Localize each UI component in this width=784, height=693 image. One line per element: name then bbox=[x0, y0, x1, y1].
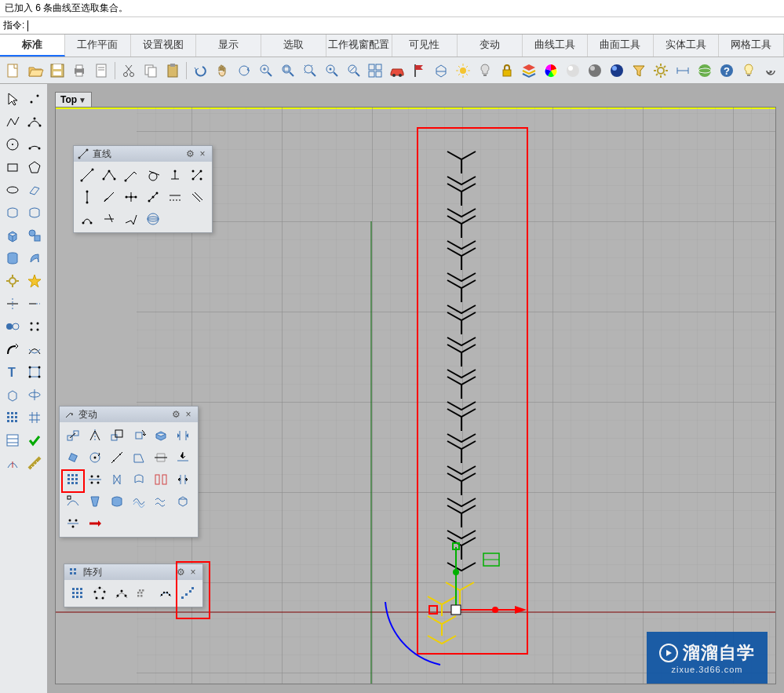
align-icon[interactable] bbox=[85, 469, 105, 490]
lightbulb-icon[interactable] bbox=[475, 60, 495, 81]
zoom-window-icon[interactable] bbox=[256, 60, 276, 81]
zoom-extents-icon[interactable] bbox=[300, 60, 320, 81]
check-icon[interactable] bbox=[24, 429, 46, 451]
grid2-array-icon[interactable] bbox=[24, 407, 46, 429]
material-sphere-light-icon[interactable] bbox=[563, 60, 583, 81]
render-sphere-icon[interactable] bbox=[607, 60, 627, 81]
line-s-icon[interactable] bbox=[77, 209, 97, 229]
rect-3d-icon[interactable] bbox=[2, 384, 24, 406]
grid-array-icon[interactable] bbox=[2, 407, 24, 429]
cage-icon[interactable] bbox=[173, 491, 193, 512]
tab-显示[interactable]: 显示 bbox=[196, 35, 261, 57]
viewport[interactable]: 直线 ⚙ × bbox=[55, 107, 776, 684]
tab-实体工具[interactable]: 实体工具 bbox=[654, 35, 719, 57]
line-normal-icon[interactable] bbox=[121, 165, 141, 185]
paste-icon[interactable] bbox=[162, 60, 183, 81]
line-perp-icon[interactable] bbox=[165, 165, 185, 185]
explode-icon[interactable] bbox=[24, 270, 46, 292]
copy-icon[interactable] bbox=[140, 60, 161, 81]
tab-曲线工具[interactable]: 曲线工具 bbox=[523, 35, 588, 57]
polyline-angle-icon[interactable] bbox=[99, 165, 119, 185]
panel-header-line[interactable]: 直线 ⚙ × bbox=[74, 146, 212, 162]
zoom-dynamic-icon[interactable] bbox=[344, 60, 364, 81]
rotate-icon[interactable] bbox=[234, 60, 254, 81]
array-curve-icon[interactable] bbox=[111, 583, 132, 604]
tab-曲面工具[interactable]: 曲面工具 bbox=[588, 35, 653, 57]
new-file-icon[interactable] bbox=[3, 60, 24, 81]
line-icon[interactable] bbox=[77, 165, 97, 185]
tab-可见性[interactable]: 可见性 bbox=[392, 35, 458, 57]
scale-icon[interactable] bbox=[107, 425, 127, 446]
line-tools-panel[interactable]: 直线 ⚙ × bbox=[73, 145, 213, 233]
stretch-icon[interactable] bbox=[173, 469, 193, 490]
pan-hand-icon[interactable] bbox=[212, 60, 232, 81]
split-icon[interactable] bbox=[24, 315, 46, 337]
undo-icon[interactable] bbox=[190, 60, 210, 81]
save-icon[interactable] bbox=[47, 60, 67, 81]
close-icon[interactable]: × bbox=[182, 409, 195, 420]
dropdown-triangle-icon[interactable]: ▼ bbox=[78, 96, 86, 104]
spiral-icon[interactable] bbox=[760, 60, 781, 81]
line-vertical-icon[interactable] bbox=[77, 187, 97, 207]
bend-icon[interactable] bbox=[129, 469, 149, 490]
document-icon[interactable] bbox=[91, 60, 111, 81]
set-pt-icon[interactable] bbox=[63, 513, 83, 534]
sweep-icon[interactable] bbox=[24, 247, 46, 269]
gear-icon[interactable]: ⚙ bbox=[174, 567, 187, 578]
bend-icon[interactable] bbox=[2, 338, 24, 360]
array-polar-icon[interactable] bbox=[89, 583, 110, 604]
rectangle-icon[interactable] bbox=[2, 156, 24, 178]
orient-icon[interactable] bbox=[107, 447, 127, 468]
lock-icon[interactable] bbox=[497, 60, 517, 81]
tab-工作平面[interactable]: 工作平面 bbox=[65, 35, 130, 57]
color-wheel-icon[interactable] bbox=[541, 60, 561, 81]
panel-header-array[interactable]: 阵列 ⚙ × bbox=[64, 564, 202, 580]
text-icon[interactable]: T bbox=[2, 361, 24, 383]
globe-icon[interactable] bbox=[143, 209, 163, 229]
circle-icon[interactable] bbox=[2, 133, 24, 155]
analyze-icon[interactable] bbox=[2, 452, 24, 474]
wave-icon[interactable] bbox=[151, 491, 171, 512]
pointer-icon[interactable] bbox=[2, 88, 24, 110]
extend-icon[interactable] bbox=[24, 293, 46, 315]
flow-srf-icon[interactable] bbox=[107, 491, 127, 512]
tab-网格工具[interactable]: 网格工具 bbox=[719, 35, 784, 57]
print-icon[interactable] bbox=[69, 60, 89, 81]
mirror-icon[interactable] bbox=[85, 425, 105, 446]
array-rect-icon[interactable] bbox=[63, 469, 83, 490]
line-dup-icon[interactable] bbox=[187, 187, 207, 207]
arrow-move-icon[interactable] bbox=[85, 513, 105, 534]
array-srf-icon[interactable] bbox=[155, 583, 176, 604]
shear-icon[interactable] bbox=[129, 447, 149, 468]
filter-icon[interactable] bbox=[629, 60, 649, 81]
remap-icon[interactable] bbox=[151, 447, 171, 468]
tab-标准[interactable]: 标准 bbox=[0, 35, 65, 57]
box-icon[interactable] bbox=[2, 224, 24, 246]
curve-points-icon[interactable] bbox=[24, 111, 46, 133]
settings-gear-icon[interactable] bbox=[651, 60, 671, 81]
car-icon[interactable] bbox=[387, 60, 407, 81]
move-icon[interactable] bbox=[63, 425, 83, 446]
flag-icon[interactable] bbox=[409, 60, 429, 81]
taper-icon[interactable] bbox=[85, 491, 105, 512]
zoom-target-icon[interactable] bbox=[322, 60, 342, 81]
gear-icon[interactable] bbox=[2, 270, 24, 292]
line-bisector-icon[interactable] bbox=[121, 187, 141, 207]
line-angled-icon[interactable] bbox=[99, 187, 119, 207]
split-h-icon[interactable] bbox=[151, 469, 171, 490]
close-icon[interactable]: × bbox=[187, 567, 199, 578]
viewport-title-bar[interactable]: Top ▼ bbox=[55, 92, 92, 107]
properties-icon[interactable] bbox=[2, 429, 24, 451]
layers-icon[interactable] bbox=[519, 60, 539, 81]
copy-box-icon[interactable] bbox=[151, 425, 171, 446]
trim-icon[interactable] bbox=[2, 293, 24, 315]
tab-变动[interactable]: 变动 bbox=[458, 35, 523, 57]
shapes-icon[interactable] bbox=[24, 224, 46, 246]
point-icon[interactable] bbox=[24, 88, 46, 110]
tab-工作视窗配置[interactable]: 工作视窗配置 bbox=[326, 35, 392, 57]
array-rect-icon[interactable] bbox=[67, 583, 88, 604]
line-from-pts-icon[interactable] bbox=[143, 187, 163, 207]
open-file-icon[interactable] bbox=[25, 60, 46, 81]
flip-icon[interactable] bbox=[173, 425, 193, 446]
command-input[interactable] bbox=[27, 20, 781, 31]
